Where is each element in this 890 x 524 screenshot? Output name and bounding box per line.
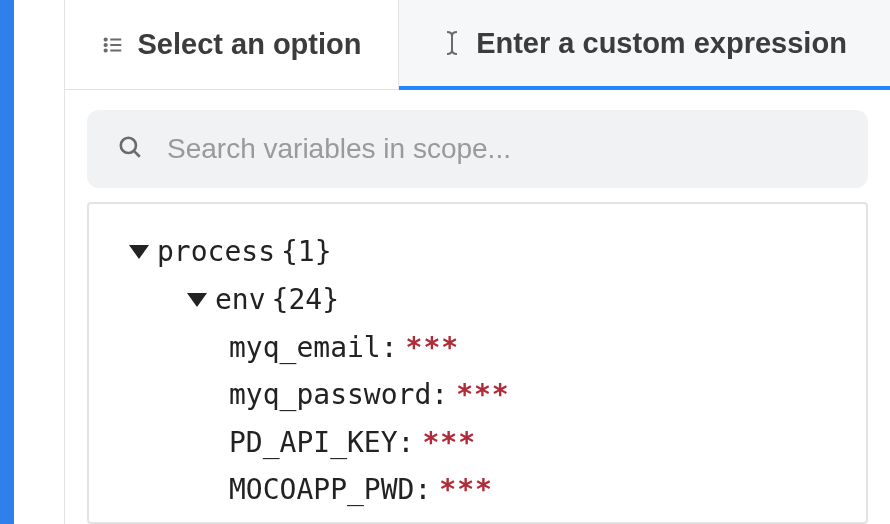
accent-bar (0, 0, 14, 524)
tree-leaf[interactable]: myq_password: *** (107, 371, 848, 419)
node-count: {24} (272, 276, 339, 324)
variable-tree: process {1} env {24} myq_email: *** myq_… (87, 202, 868, 524)
node-count: {1} (281, 228, 332, 276)
tree-node-env[interactable]: env {24} (107, 276, 848, 324)
tab-select-label: Select an option (138, 28, 362, 61)
leaf-value: *** (439, 466, 493, 514)
leaf-key: myq_password: (229, 371, 448, 419)
gutter (14, 0, 64, 524)
svg-point-6 (121, 138, 136, 153)
leaf-value: *** (456, 371, 510, 419)
leaf-key: PD_API_KEY: (229, 419, 414, 467)
leaf-value: *** (406, 324, 460, 372)
search-box[interactable] (87, 110, 868, 188)
node-key: env (215, 276, 266, 324)
caret-down-icon (129, 245, 149, 259)
search-icon (117, 134, 143, 164)
svg-point-1 (104, 44, 106, 46)
tree-leaf[interactable]: MOCOAPP_PWD: *** (107, 466, 848, 514)
node-key: process (157, 228, 275, 276)
search-input[interactable] (167, 133, 838, 165)
tab-custom-label: Enter a custom expression (476, 27, 847, 60)
leaf-key: myq_email: (229, 324, 398, 372)
tabs: Select an option Enter a custom expressi… (65, 0, 890, 90)
expression-panel: Select an option Enter a custom expressi… (64, 0, 890, 524)
tree-leaf[interactable]: myq_email: *** (107, 324, 848, 372)
tab-custom-expression[interactable]: Enter a custom expression (399, 0, 890, 90)
tab-select-option[interactable]: Select an option (65, 0, 399, 89)
list-icon (102, 34, 124, 56)
svg-point-0 (104, 38, 106, 40)
leaf-key: MOCOAPP_PWD: (229, 466, 431, 514)
leaf-value: *** (422, 419, 476, 467)
tree-node-process[interactable]: process {1} (107, 228, 848, 276)
tree-leaf[interactable]: PD_API_KEY: *** (107, 419, 848, 467)
svg-point-2 (104, 49, 106, 51)
svg-line-7 (134, 152, 140, 158)
caret-down-icon (187, 293, 207, 307)
text-cursor-icon (442, 29, 462, 57)
